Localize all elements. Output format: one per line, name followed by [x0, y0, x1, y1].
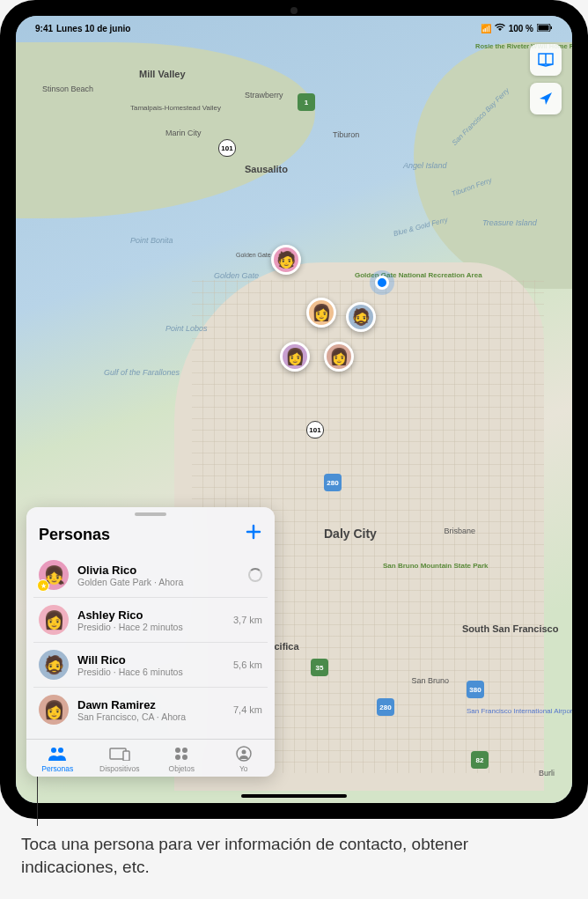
place-label: Sausalito: [245, 164, 288, 174]
person-distance: 3,7 km: [233, 615, 262, 625]
road-shield: 101: [218, 139, 236, 157]
place-label: South San Francisco: [462, 623, 519, 634]
road-shield: 101: [306, 421, 324, 438]
person-pin[interactable]: 🧔: [346, 302, 376, 332]
wifi-icon: [495, 23, 505, 33]
road-shield: 1: [298, 93, 315, 111]
svg-point-4: [58, 748, 63, 753]
person-row[interactable]: 👩 Dawn Ramirez San Francisco, CA · Ahora…: [33, 688, 268, 732]
person-name: Dawn Ramirez: [77, 698, 224, 711]
svg-point-10: [182, 755, 187, 760]
place-label: Tiburon: [333, 130, 359, 139]
person-subtitle: Golden Gate Park · Ahora: [77, 577, 239, 587]
place-label: Tamalpais-Homestead Valley: [130, 104, 192, 112]
place-label: Daly City: [324, 527, 377, 541]
person-subtitle: San Francisco, CA · Ahora: [77, 711, 224, 722]
place-label: San Francisco International Airport (SFO…: [467, 707, 537, 715]
me-icon: [233, 745, 254, 763]
panel-grabber[interactable]: [135, 512, 166, 516]
road-shield: 280: [324, 474, 342, 491]
tab-devices[interactable]: Dispositivos: [89, 745, 151, 773]
tab-label: Dispositivos: [99, 764, 139, 773]
avatar: 👧 ★: [39, 560, 69, 590]
people-panel: Personas 👧 ★ Olivia Rico Golden Gate Par…: [26, 507, 275, 777]
map-controls: [530, 44, 562, 114]
place-label: Point Lobos: [165, 324, 208, 333]
person-pin[interactable]: 👩: [306, 298, 336, 328]
status-bar: 9:41 Lunes 10 de junio 📶 100 %: [16, 16, 572, 37]
place-label: San Bruno Mountain State Park: [383, 562, 440, 570]
place-label: Golden Gate: [214, 271, 254, 280]
user-location-dot[interactable]: [375, 276, 389, 290]
person-name: Ashley Rico: [77, 608, 224, 622]
tab-bar: Personas Dispositivos Objetos: [26, 739, 275, 777]
status-time: 9:41: [35, 24, 53, 33]
person-row[interactable]: 👧 ★ Olivia Rico Golden Gate Park · Ahora: [33, 553, 268, 598]
devices-icon: [109, 745, 130, 763]
road-shield: 380: [467, 681, 484, 698]
place-label: Point Bonita: [130, 236, 173, 245]
place-label: Angel Island: [403, 161, 438, 170]
place-label: Stinson Beach: [42, 85, 93, 93]
home-indicator[interactable]: [241, 794, 347, 798]
people-icon: [47, 745, 68, 763]
tab-people[interactable]: Personas: [26, 745, 89, 773]
place-label: Treasure Island: [482, 218, 526, 227]
camera-notch: [290, 7, 298, 14]
battery-percent: 100 %: [509, 24, 533, 33]
items-icon: [171, 745, 192, 763]
person-distance: 7,4 km: [233, 704, 262, 715]
place-label: San Bruno: [411, 676, 449, 685]
person-pin[interactable]: 👩: [324, 342, 354, 372]
svg-rect-6: [123, 751, 129, 761]
svg-point-3: [51, 748, 56, 753]
place-label: Strawberry: [245, 91, 283, 99]
road-shield: 35: [311, 659, 328, 676]
tab-me[interactable]: Yo: [213, 745, 276, 773]
panel-title: Personas: [39, 526, 110, 544]
ipad-frame: 9:41 Lunes 10 de junio 📶 100 % Stinson B…: [0, 0, 588, 819]
person-list: 👧 ★ Olivia Rico Golden Gate Park · Ahora…: [26, 553, 275, 732]
person-pin[interactable]: 🧑: [271, 245, 301, 275]
tab-items[interactable]: Objetos: [151, 745, 213, 773]
add-person-button[interactable]: [245, 523, 262, 546]
favorite-star-icon: ★: [37, 579, 49, 592]
svg-point-8: [182, 748, 187, 753]
svg-point-7: [175, 748, 180, 753]
avatar: 👩: [39, 695, 69, 725]
loading-spinner-icon: [248, 568, 262, 582]
person-row[interactable]: 👩 Ashley Rico Presidio · Hace 2 minutos …: [33, 598, 268, 643]
road-shield: 82: [471, 751, 489, 769]
person-row[interactable]: 🧔 Will Rico Presidio · Hace 6 minutos 5,…: [33, 643, 268, 688]
avatar: 👩: [39, 605, 69, 635]
status-date: Lunes 10 de junio: [56, 24, 130, 33]
caption-text: Toca una persona para ver información de…: [21, 835, 468, 876]
person-pin[interactable]: 👩: [280, 342, 310, 372]
svg-rect-2: [551, 26, 553, 29]
tab-label: Yo: [239, 764, 248, 773]
battery-icon: [537, 24, 553, 33]
svg-point-12: [241, 750, 246, 755]
road-shield: 280: [377, 698, 394, 716]
caption: Toca una persona para ver información de…: [0, 819, 588, 892]
place-label: Mill Valley: [139, 69, 186, 79]
place-label: Burli: [539, 769, 555, 777]
svg-point-9: [175, 755, 180, 760]
place-label: Golden Gate National Recreation Area: [355, 271, 430, 279]
tab-label: Personas: [41, 764, 73, 773]
person-name: Will Rico: [77, 653, 224, 667]
person-subtitle: Presidio · Hace 6 minutos: [77, 667, 224, 677]
tab-label: Objetos: [169, 764, 195, 773]
person-subtitle: Presidio · Hace 2 minutos: [77, 622, 224, 632]
place-label: Brisbane: [444, 527, 475, 535]
place-label: Rosie the Riveter WWII Home Front Nation…: [475, 42, 537, 50]
place-label: Marin City: [165, 129, 202, 137]
screen: 9:41 Lunes 10 de junio 📶 100 % Stinson B…: [16, 16, 572, 803]
signal-icon: 📶: [481, 24, 491, 33]
map-settings-button[interactable]: [530, 44, 562, 76]
person-distance: 5,6 km: [233, 660, 262, 670]
svg-rect-1: [539, 25, 549, 30]
place-label: Gulf of the Farallones: [104, 368, 157, 377]
avatar: 🧔: [39, 650, 69, 680]
locate-me-button[interactable]: [530, 83, 562, 114]
